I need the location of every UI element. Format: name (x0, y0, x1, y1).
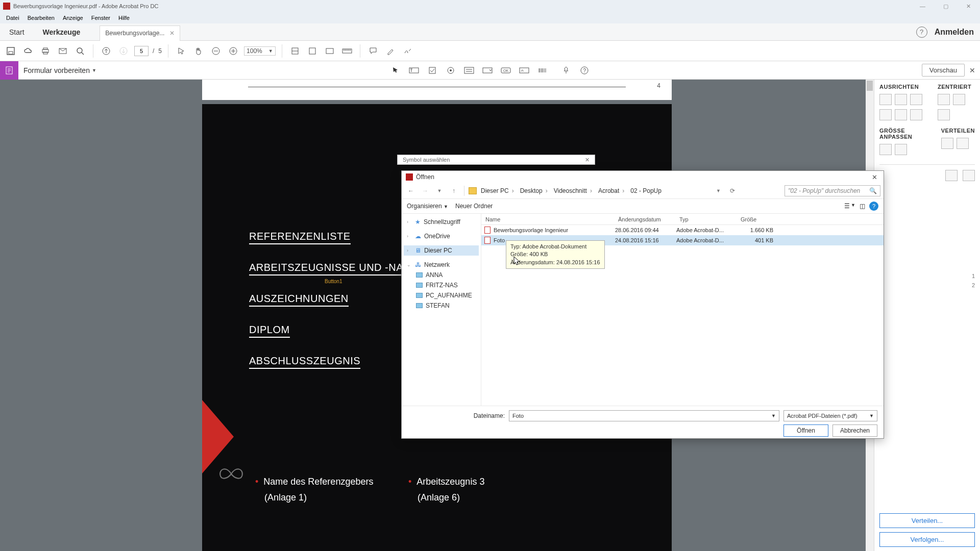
dist-h-icon[interactable] (941, 138, 953, 149)
close-button[interactable]: ✕ (957, 0, 980, 12)
file-list[interactable]: Name Änderungsdatum Typ Größe Bewerbungs… (481, 214, 884, 406)
tree-item-netpc[interactable]: FRITZ-NAS (404, 280, 479, 290)
center-h-icon[interactable] (938, 94, 950, 105)
tree-item-onedrive[interactable]: ›☁OneDrive (404, 231, 479, 241)
signature-field-icon[interactable] (518, 64, 531, 77)
align-bottom-icon[interactable] (910, 109, 922, 120)
col-type[interactable]: Typ (675, 216, 737, 222)
print-icon[interactable] (39, 44, 52, 58)
help-field-icon[interactable]: ? (578, 64, 591, 77)
select-tool-icon[interactable] (175, 44, 188, 58)
radio-field-icon[interactable] (444, 64, 457, 77)
tab-tools[interactable]: Werkzeuge (34, 23, 90, 40)
barcode-field-icon[interactable] (536, 64, 549, 77)
breadcrumb[interactable]: 02 - PopUp (628, 187, 667, 194)
list-field-icon[interactable] (462, 64, 476, 77)
breadcrumb[interactable]: Dieser PC (479, 187, 516, 194)
align-center-icon[interactable] (895, 94, 907, 105)
chevron-down-icon[interactable]: ▼ (92, 68, 96, 73)
search-icon[interactable] (74, 44, 87, 58)
open-button[interactable]: Öffnen (783, 424, 828, 437)
signature-icon[interactable] (401, 44, 414, 58)
form-field-label[interactable]: Button1 (325, 279, 342, 284)
tab-close-icon[interactable]: ✕ (169, 30, 175, 37)
align-right-icon[interactable] (910, 94, 922, 105)
menu-edit[interactable]: Bearbeiten (23, 15, 59, 21)
page-down-icon[interactable] (117, 44, 130, 58)
fit-page-icon[interactable] (306, 44, 319, 58)
hand-tool-icon[interactable] (192, 44, 205, 58)
menu-window[interactable]: Fenster (87, 15, 114, 21)
menu-file[interactable]: Datei (2, 15, 23, 21)
chevron-down-icon[interactable]: ▼ (712, 185, 724, 196)
align-top-icon[interactable] (879, 109, 892, 120)
col-date[interactable]: Änderungsdatum (614, 216, 675, 222)
breadcrumb[interactable]: Videoschnitt (552, 187, 594, 194)
align-left-icon[interactable] (879, 94, 892, 105)
folder-tree[interactable]: ›★Schnellzugriff ›☁OneDrive ›🖥Dieser PC … (402, 214, 481, 406)
organize-menu[interactable]: Organisieren ▼ (407, 203, 448, 210)
refresh-icon[interactable]: ⟳ (726, 185, 739, 196)
sort-desc-icon[interactable] (963, 170, 975, 181)
ruler-icon[interactable] (340, 44, 354, 58)
mail-icon[interactable] (56, 44, 69, 58)
tree-item-quickaccess[interactable]: ›★Schnellzugriff (404, 217, 479, 227)
col-size[interactable]: Größe (737, 216, 777, 222)
text-field-icon[interactable] (407, 64, 421, 77)
dist-v-icon[interactable] (957, 138, 969, 149)
breadcrumb[interactable]: Desktop (518, 187, 550, 194)
nav-back-icon[interactable]: ← (405, 185, 417, 196)
reading-mode-icon[interactable] (323, 44, 336, 58)
help-icon[interactable]: ? (869, 202, 878, 211)
center-v-icon[interactable] (953, 94, 965, 105)
align-middle-icon[interactable] (895, 109, 907, 120)
center-both-icon[interactable] (938, 109, 950, 120)
search-input[interactable]: "02 - PopUp" durchsuchen🔍 (785, 185, 880, 196)
symbol-dialog-close-icon[interactable]: ✕ (579, 157, 595, 163)
breadcrumb[interactable]: Acrobat (596, 187, 626, 194)
pin-icon[interactable] (559, 64, 573, 77)
preview-button[interactable]: Vorschau (922, 64, 965, 77)
cancel-button[interactable]: Abbrechen (832, 424, 877, 437)
zoom-select[interactable]: 100%▼ (244, 46, 276, 56)
sort-asc-icon[interactable] (945, 170, 958, 181)
minimize-button[interactable]: — (911, 0, 934, 12)
menu-view[interactable]: Anzeige (59, 15, 87, 21)
filename-input[interactable]: Foto▼ (509, 410, 779, 421)
tree-item-netpc[interactable]: ANNA (404, 270, 479, 280)
file-row[interactable]: Bewerbungsvorlage Ingenieur 28.06.2016 0… (481, 225, 884, 235)
menu-help[interactable]: Hilfe (114, 15, 134, 21)
nav-up-icon[interactable]: ↑ (448, 185, 460, 196)
new-folder-button[interactable]: Neuer Ordner (455, 203, 493, 210)
tree-item-netpc[interactable]: STEFAN (404, 300, 479, 311)
zoom-in-icon[interactable] (227, 44, 240, 58)
help-icon[interactable]: ? (916, 27, 927, 38)
open-dialog-close-icon[interactable]: ✕ (865, 173, 884, 181)
button-field-icon[interactable]: OK (499, 64, 512, 77)
page-up-icon[interactable] (100, 44, 113, 58)
save-icon[interactable] (4, 44, 17, 58)
size-width-icon[interactable] (879, 144, 892, 155)
tree-item-network[interactable]: ⌄🖧Netzwerk (404, 260, 479, 270)
cloud-icon[interactable] (21, 44, 35, 58)
preview-pane-icon[interactable]: ◫ (860, 203, 865, 210)
select-field-icon[interactable] (389, 64, 402, 77)
page-number-input[interactable] (134, 46, 149, 56)
col-name[interactable]: Name (481, 216, 614, 222)
tab-start[interactable]: Start (0, 23, 34, 40)
tab-document[interactable]: Bewerbungsvorlage... ✕ (100, 26, 180, 41)
login-link[interactable]: Anmelden (935, 28, 974, 37)
dropdown-field-icon[interactable] (481, 64, 494, 77)
fit-width-icon[interactable] (288, 44, 302, 58)
track-button[interactable]: Verfolgen... (879, 532, 975, 547)
filetype-select[interactable]: Acrobat PDF-Dateien (*.pdf)▼ (783, 410, 877, 421)
comment-icon[interactable] (366, 44, 380, 58)
nav-forward-icon[interactable]: → (419, 185, 431, 196)
view-options-icon[interactable]: ☰▼ (844, 203, 855, 210)
checkbox-field-icon[interactable] (426, 64, 439, 77)
chevron-down-icon[interactable]: ▼ (433, 185, 446, 196)
tree-item-pc[interactable]: ›🖥Dieser PC (404, 245, 479, 256)
distribute-button[interactable]: Verteilen... (879, 513, 975, 528)
maximize-button[interactable]: ▢ (934, 0, 957, 12)
size-height-icon[interactable] (895, 144, 907, 155)
